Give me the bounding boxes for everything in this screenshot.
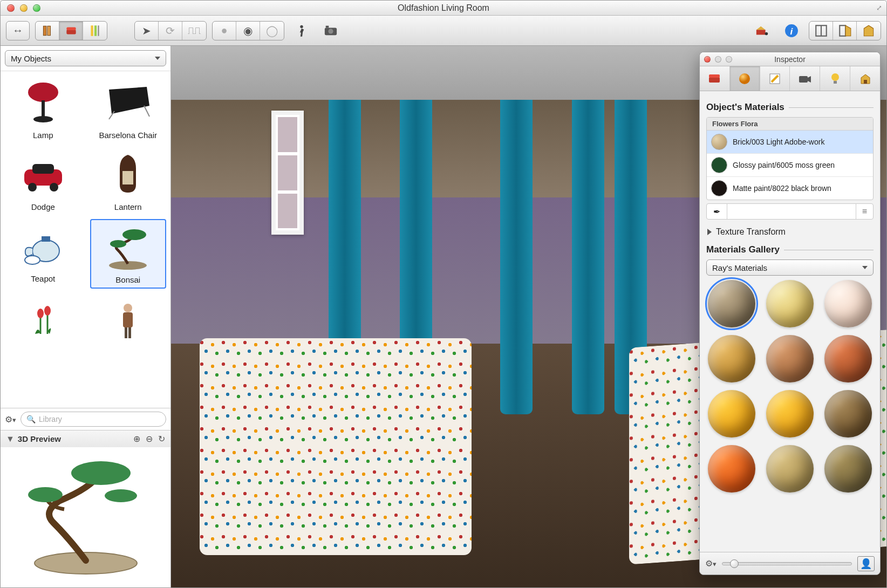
material-row[interactable]: Glossy paint/6005 moss green [707, 154, 873, 177]
split-tool[interactable]: ⎍⎍ [182, 22, 206, 40]
record-stop-button[interactable]: ◯ [260, 22, 284, 40]
texture-transform-toggle[interactable]: Texture Transform [707, 227, 872, 237]
fullscreen-icon[interactable]: ⤢ [876, 4, 882, 12]
view-2d3d-button[interactable] [833, 22, 857, 40]
sidebar-footer: ⚙▾ 🔍 Library [1, 408, 170, 430]
material-sphere[interactable] [824, 445, 872, 493]
materials-gallery-grid [706, 276, 874, 497]
object-label: Barselona Chair [93, 131, 163, 140]
gear-icon[interactable]: ⚙▾ [5, 414, 16, 425]
inspector-tab-object[interactable] [700, 66, 730, 91]
gallery-dropdown[interactable]: Ray's Materials [706, 259, 874, 276]
snapshot-button[interactable] [319, 21, 343, 40]
inspector-zoom-button[interactable] [726, 56, 732, 63]
material-sphere[interactable] [766, 280, 814, 327]
material-row[interactable]: Brick/003 Light Adobe-work [707, 131, 873, 154]
inspector-tab-camera[interactable] [790, 66, 820, 91]
svg-point-40 [37, 309, 44, 318]
3d-warehouse-button[interactable] [750, 21, 774, 40]
eyedropper-icon[interactable]: ✒ [707, 204, 727, 219]
inspector-close-button[interactable] [704, 56, 711, 63]
disclosure-triangle-icon[interactable]: ▼ [6, 434, 15, 444]
app-window: Oldfashion Living Room ⤢ ↔ ➤ ⟳ ⎍⎍ ● ◉ ◯ … [0, 0, 887, 588]
svg-rect-44 [125, 327, 127, 338]
library-search-input[interactable]: 🔍 Library [21, 412, 166, 427]
furniture-library-tab[interactable] [59, 22, 83, 40]
object-item-teapot[interactable]: Teapot [5, 219, 81, 289]
gear-icon[interactable]: ⚙▾ [705, 558, 717, 569]
materials-list: Flowers Flora Brick/003 Light Adobe-work… [706, 117, 874, 200]
svg-rect-59 [864, 80, 867, 84]
measurement-library-tab[interactable] [83, 22, 107, 40]
object-item-bonsai[interactable]: Bonsai [90, 219, 167, 289]
material-sphere[interactable] [708, 280, 755, 327]
disclosure-triangle-icon [707, 229, 712, 235]
zoom-slider[interactable] [722, 562, 852, 565]
nav-back-forward-button[interactable]: ↔ [6, 21, 30, 40]
info-button[interactable]: i [780, 21, 803, 40]
refresh-icon[interactable]: ↻ [158, 434, 165, 444]
svg-rect-51 [709, 74, 720, 78]
minimize-window-button[interactable] [20, 4, 28, 12]
object-item-person[interactable] [90, 293, 167, 351]
zoom-in-icon[interactable]: ⊕ [133, 434, 140, 444]
record-mid-button[interactable]: ◉ [236, 22, 260, 40]
slider-knob[interactable] [730, 559, 739, 568]
material-row[interactable]: Matte paint/8022 black brown [707, 177, 873, 200]
object-label: Dodge [8, 202, 78, 211]
titlebar: Oldfashion Living Room ⤢ [1, 1, 886, 16]
zoom-window-button[interactable] [33, 4, 40, 12]
svg-point-23 [33, 116, 53, 122]
object-label: Lantern [93, 202, 163, 211]
view-2d-button[interactable] [809, 22, 833, 40]
object-item-lamp[interactable]: Lamp [5, 76, 81, 143]
menu-icon[interactable]: ≡ [856, 204, 873, 219]
object-item-dodge[interactable]: Dodge [5, 147, 81, 215]
edit-tools-segmented: ➤ ⟳ ⎍⎍ [134, 21, 207, 40]
material-name-input[interactable] [727, 204, 856, 219]
material-sphere[interactable] [766, 390, 814, 437]
texture-transform-label: Texture Transform [716, 227, 786, 237]
object-category-dropdown[interactable]: My Objects [5, 50, 166, 66]
inspector-tab-project[interactable] [850, 66, 880, 91]
svg-point-52 [739, 73, 750, 84]
material-sphere[interactable] [708, 445, 755, 493]
inspector-minimize-button[interactable] [715, 56, 721, 63]
inspector-tab-edit[interactable] [760, 66, 790, 91]
record-start-button[interactable]: ● [213, 22, 236, 40]
svg-marker-24 [109, 87, 149, 114]
inspector-tab-materials[interactable] [730, 66, 760, 91]
material-sphere[interactable] [766, 445, 814, 493]
svg-rect-5 [94, 25, 97, 36]
building-library-tab[interactable] [36, 22, 59, 40]
object-label: Teapot [8, 274, 78, 283]
user-icon[interactable]: 👤 [857, 556, 875, 571]
rotate-tool[interactable]: ⟳ [159, 22, 182, 40]
view-3d-button[interactable] [857, 22, 881, 40]
object-item-barselona-chair[interactable]: Barselona Chair [90, 76, 167, 143]
walkthrough-button[interactable] [290, 21, 313, 40]
material-sphere[interactable] [824, 390, 872, 437]
preview-3d[interactable] [1, 447, 170, 587]
sidebar: My Objects Lamp Barselona Chair Dodge [1, 46, 171, 587]
svg-rect-4 [91, 25, 93, 36]
zoom-out-icon[interactable]: ⊖ [146, 434, 153, 444]
material-sphere[interactable] [824, 280, 872, 327]
inspector-tab-light[interactable] [820, 66, 850, 91]
svg-point-36 [122, 229, 146, 240]
svg-point-30 [50, 183, 58, 192]
svg-marker-55 [808, 76, 811, 83]
material-sphere[interactable] [824, 335, 872, 382]
svg-point-37 [110, 240, 126, 248]
close-window-button[interactable] [7, 4, 15, 12]
svg-rect-3 [66, 27, 76, 30]
material-sphere[interactable] [766, 335, 814, 382]
material-sphere[interactable] [708, 335, 755, 382]
object-item-tulips[interactable] [5, 293, 81, 351]
svg-rect-33 [42, 236, 50, 242]
object-item-lantern[interactable]: Lantern [90, 147, 167, 215]
inspector-tabs [700, 66, 880, 91]
pointer-tool[interactable]: ➤ [135, 22, 159, 40]
inspector-titlebar[interactable]: Inspector [700, 52, 880, 66]
material-sphere[interactable] [708, 390, 755, 437]
